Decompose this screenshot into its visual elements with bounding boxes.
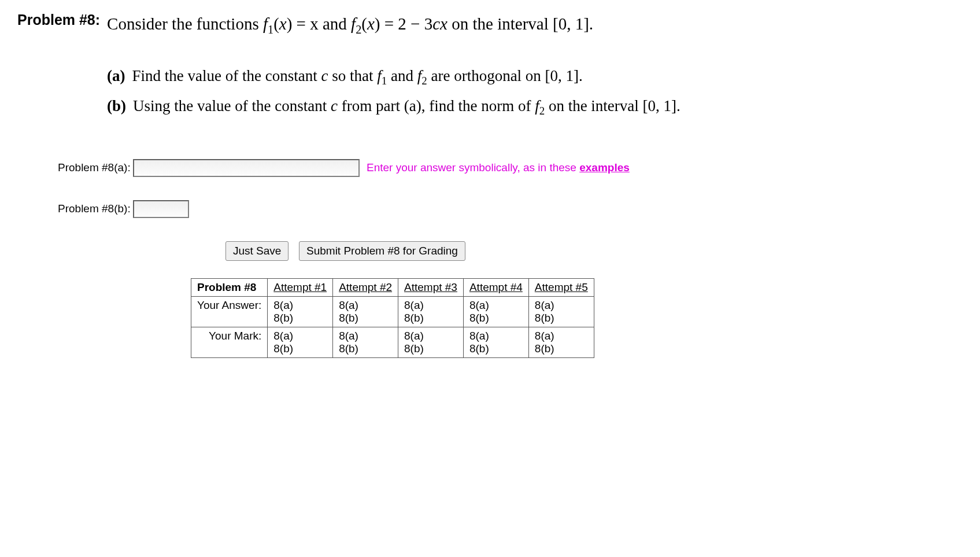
part-b-f2: f [535, 97, 539, 115]
part-b-post: on the interval [0, 1]. [545, 97, 681, 115]
answer-cell: 8(a)8(b) [535, 299, 588, 324]
answer-section: Problem #8(a): Enter your answer symboli… [58, 159, 963, 358]
attempt-header: Attempt #3 [398, 278, 464, 296]
f2-arg: (x) [361, 14, 380, 33]
f1-sub: 1 [268, 23, 273, 36]
answer-row-b: Problem #8(b): [58, 200, 963, 218]
intro-pre: Consider the functions [107, 14, 263, 33]
hint-pre: Enter your answer symbolically, as in th… [367, 161, 579, 174]
problem-container: Problem #8: Consider the functions f1(x)… [17, 12, 963, 124]
part-a-text: Find the value of the constant c so that… [132, 64, 583, 90]
intro-post: on the interval [0, 1]. [448, 14, 593, 33]
attempt-header: Attempt #4 [463, 278, 528, 296]
eq2: = 2 − 3 [380, 14, 433, 33]
answer-a-label: Problem #8(a): [58, 161, 133, 174]
attempts-table: Problem #8 Attempt #1 Attempt #2 Attempt… [191, 278, 594, 358]
hint-text: Enter your answer symbolically, as in th… [367, 161, 630, 175]
part-b: (b) Using the value of the constant c fr… [107, 94, 963, 120]
answer-b-input[interactable] [133, 200, 189, 218]
answer-row-a: Problem #8(a): Enter your answer symboli… [58, 159, 963, 177]
part-b-text: Using the value of the constant c from p… [133, 94, 681, 120]
cx: cx [432, 14, 448, 33]
part-a-f1: f [377, 67, 382, 84]
table-header-row: Problem #8 Attempt #1 Attempt #2 Attempt… [191, 278, 594, 296]
mark-cell: 8(a)8(b) [339, 330, 392, 355]
mark-cell: 8(a)8(b) [273, 330, 327, 355]
part-a-f1sub: 1 [382, 75, 387, 87]
button-row: Just Save Submit Problem #8 for Grading [225, 241, 963, 261]
part-a-and: and [387, 67, 417, 84]
part-a-f2sub: 2 [421, 75, 427, 87]
table-row: Your Mark: 8(a)8(b) 8(a)8(b) 8(a)8(b) 8(… [191, 327, 594, 357]
mark-cell: 8(a)8(b) [535, 330, 588, 355]
attempt-header: Attempt #2 [333, 278, 398, 296]
part-b-pre: Using the value of the constant [133, 97, 331, 115]
part-a-pre: Find the value of the constant [132, 67, 321, 84]
table-problem-header: Problem #8 [191, 278, 268, 296]
part-b-c: c [331, 97, 338, 115]
table-row: Your Answer: 8(a)8(b) 8(a)8(b) 8(a)8(b) … [191, 296, 594, 327]
eq1: = x and [292, 14, 351, 33]
answer-cell: 8(a)8(b) [339, 299, 392, 324]
attempt-5-link[interactable]: Attempt #5 [535, 281, 588, 293]
answer-b-label: Problem #8(b): [58, 202, 133, 215]
mark-cell: 8(a)8(b) [469, 330, 523, 355]
answer-cell: 8(a)8(b) [469, 299, 523, 324]
attempt-2-link[interactable]: Attempt #2 [339, 281, 392, 293]
attempt-4-link[interactable]: Attempt #4 [469, 281, 523, 293]
attempt-header: Attempt #1 [268, 278, 333, 296]
f2-sub: 2 [356, 23, 361, 36]
part-list: (a) Find the value of the constant c so … [107, 64, 963, 120]
submit-button[interactable]: Submit Problem #8 for Grading [299, 241, 465, 261]
mark-cell: 8(a)8(b) [404, 330, 457, 355]
part-a: (a) Find the value of the constant c so … [107, 64, 963, 90]
answer-cell: 8(a)8(b) [273, 299, 327, 324]
just-save-button[interactable]: Just Save [225, 241, 289, 261]
part-a-c: c [321, 67, 328, 84]
attempt-1-link[interactable]: Attempt #1 [273, 281, 327, 293]
part-a-mid: so that [328, 67, 378, 84]
attempt-3-link[interactable]: Attempt #3 [404, 281, 457, 293]
your-answer-header: Your Answer: [191, 296, 268, 327]
attempt-header: Attempt #5 [528, 278, 594, 296]
part-a-post: are orthogonal on [0, 1]. [427, 67, 583, 84]
answer-a-input[interactable] [133, 159, 360, 177]
answer-cell: 8(a)8(b) [404, 299, 457, 324]
f1-arg: (x) [273, 14, 292, 33]
problem-label: Problem #8: [17, 12, 100, 28]
part-b-f2sub: 2 [539, 105, 545, 117]
examples-link[interactable]: examples [579, 161, 630, 174]
problem-intro: Consider the functions f1(x) = x and f2(… [107, 12, 963, 38]
part-b-label: (b) [107, 94, 126, 120]
f1-sym: f [263, 14, 268, 33]
f2-sym: f [351, 14, 356, 33]
your-mark-header: Your Mark: [191, 327, 268, 357]
problem-body: Consider the functions f1(x) = x and f2(… [107, 12, 963, 124]
part-b-mid: from part (a), find the norm of [338, 97, 535, 115]
part-a-label: (a) [107, 64, 125, 90]
